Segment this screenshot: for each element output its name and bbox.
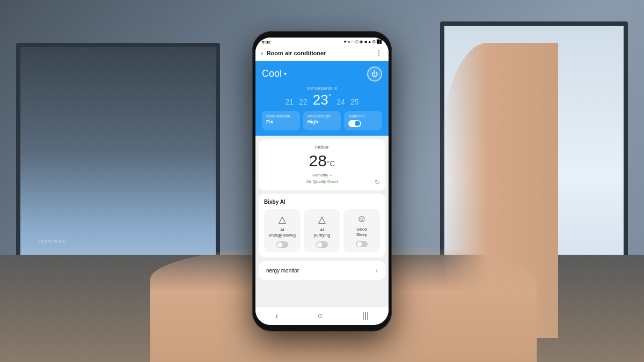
- air-quality-label: Air Quality: [306, 179, 326, 184]
- watermark: SmartThinθs: [38, 239, 65, 244]
- energy-saving-toggle[interactable]: [276, 241, 288, 248]
- indoor-title: Indoor: [264, 144, 380, 150]
- back-button[interactable]: ‹: [261, 49, 264, 57]
- wind-strength-value: High: [308, 119, 337, 124]
- current-temp-value: 23: [313, 92, 328, 108]
- bixby-section: Bixby AI △ AIenergy saving △ AIpurifying…: [259, 194, 385, 258]
- indoor-info: Humidity -- Air Quality Good: [264, 172, 380, 185]
- phone: 5:32 ★ w ··· ⬡ ◉ ◀ ▲ ⊡ ▊▊ ‹ Room air con…: [252, 31, 392, 331]
- wind-free-toggle[interactable]: [348, 120, 361, 127]
- temp-24[interactable]: 24: [336, 98, 345, 106]
- set-temperature-label: Set temperature: [262, 86, 382, 91]
- humidity-label: Humidity --: [312, 173, 333, 178]
- cool-section: Cool ▾ ⏻ Set temperature 21 22 23° 24 25…: [255, 61, 389, 136]
- more-options-button[interactable]: ⋮: [375, 49, 383, 57]
- temp-current: 23°: [313, 93, 332, 107]
- air-quality-value: Good: [327, 179, 338, 184]
- cool-row: Cool ▾ ⏻: [262, 67, 382, 82]
- indoor-section: Indoor 28°C Humidity -- Air Quality Good…: [259, 139, 385, 190]
- mode-dropdown-icon: ▾: [284, 71, 287, 77]
- wind-free-label: Wind free: [348, 114, 364, 118]
- temp-25[interactable]: 25: [350, 98, 359, 106]
- temp-22[interactable]: 22: [299, 98, 308, 106]
- sleep-icon: ☺: [357, 213, 367, 225]
- purifying-label: AIpurifying: [314, 227, 330, 239]
- app-header: ‹ Room air conditioner ⋮: [255, 46, 389, 61]
- cool-mode[interactable]: Cool ▾: [262, 68, 287, 79]
- energy-section[interactable]: nergy monitor ›: [259, 261, 385, 280]
- page-title: Room air conditioner: [267, 50, 375, 56]
- nav-bar: ‹ ○ |||: [255, 306, 389, 325]
- nav-back-button[interactable]: ‹: [268, 310, 286, 322]
- energy-monitor-label: nergy monitor: [266, 268, 299, 274]
- bixby-cards: △ AIenergy saving △ AIpurifying ☺ GoodSl…: [264, 209, 380, 253]
- temperature-row: 21 22 23° 24 25: [262, 93, 382, 107]
- status-time: 5:32: [262, 40, 270, 45]
- controls-row: Wind direction Fix Wind strength High Wi…: [262, 111, 382, 130]
- sleep-label: GoodSleep: [356, 227, 367, 238]
- nav-home-button[interactable]: ○: [310, 310, 331, 322]
- wind-free-control[interactable]: Wind free: [344, 111, 382, 130]
- refresh-button[interactable]: ↻: [375, 179, 380, 186]
- temp-21[interactable]: 21: [286, 98, 294, 106]
- sleep-toggle[interactable]: [356, 241, 368, 247]
- nav-menu-button[interactable]: |||: [355, 310, 376, 322]
- wind-strength-label: Wind strength: [308, 114, 337, 118]
- energy-saving-label: AIenergy saving: [269, 227, 296, 239]
- degree-symbol: °: [328, 92, 332, 101]
- bixby-card-energy[interactable]: △ AIenergy saving: [264, 209, 301, 253]
- bixby-card-purifying[interactable]: △ AIpurifying: [304, 209, 340, 253]
- wind-direction-label: Wind direction: [266, 114, 296, 118]
- indoor-temp-value: 28: [309, 152, 326, 169]
- bixby-title: Bixby AI: [264, 199, 380, 205]
- phone-screen: 5:32 ★ w ··· ⬡ ◉ ◀ ▲ ⊡ ▊▊ ‹ Room air con…: [255, 38, 389, 325]
- bixby-card-sleep[interactable]: ☺ GoodSleep: [343, 209, 380, 253]
- energy-monitor-arrow: ›: [375, 266, 378, 275]
- energy-saving-icon: △: [279, 213, 286, 225]
- status-bar: 5:32 ★ w ··· ⬡ ◉ ◀ ▲ ⊡ ▊▊: [255, 38, 389, 46]
- wind-strength-control[interactable]: Wind strength High: [303, 111, 341, 130]
- wind-direction-control[interactable]: Wind direction Fix: [262, 111, 300, 130]
- purifying-toggle[interactable]: [316, 241, 328, 248]
- indoor-temperature: 28°C: [264, 152, 380, 170]
- wind-direction-value: Fix: [266, 119, 296, 124]
- indoor-temp-unit: °C: [327, 159, 335, 168]
- status-icons: ★ w ··· ⬡ ◉ ◀ ▲ ⊡ ▊▊: [343, 40, 382, 44]
- cool-mode-label: Cool: [262, 68, 282, 79]
- power-button[interactable]: ⏻: [367, 67, 382, 82]
- purifying-icon: △: [318, 213, 326, 225]
